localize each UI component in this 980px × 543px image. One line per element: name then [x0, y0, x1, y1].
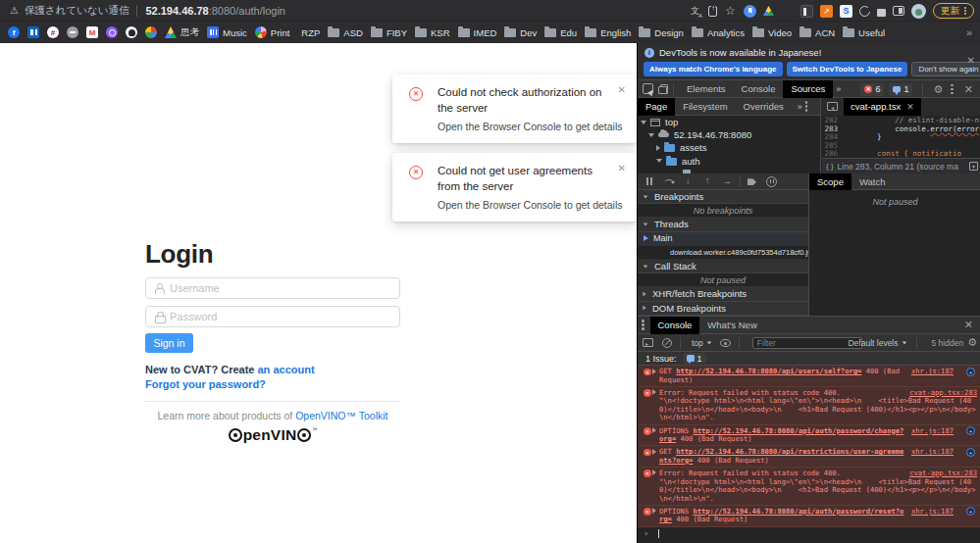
section-breakpoints[interactable]: Breakpoints [638, 190, 808, 204]
chart-icon[interactable] [820, 5, 833, 18]
password-input[interactable] [170, 311, 399, 322]
toast-close-icon[interactable]: ✕ [618, 164, 626, 173]
navtab-overrides[interactable]: Overrides [736, 98, 792, 116]
bookmark-item[interactable] [47, 26, 59, 38]
forgot-password-link[interactable]: Forgot your password? [145, 378, 266, 390]
security-label[interactable]: 保護されていない通信 [25, 4, 129, 18]
request-url[interactable]: http://52.194.46.78:8080/api/auth/passwo… [659, 426, 903, 444]
sign-in-button[interactable]: Sign in [145, 333, 193, 353]
bookmark-item[interactable]: English [585, 27, 631, 38]
bookmark-item[interactable] [126, 26, 137, 38]
deactivate-breakpoints-icon[interactable] [748, 178, 756, 185]
code-editor[interactable]: 282 // eslint-disable-n283 console.error… [822, 116, 980, 157]
live-expression-eye-icon[interactable] [720, 339, 731, 347]
context-selector[interactable]: top [692, 338, 703, 348]
bookmark-item[interactable]: Design [639, 27, 684, 38]
infobar-button[interactable]: Switch DevTools to Japanese [787, 62, 908, 76]
create-account-link[interactable]: an account [258, 364, 315, 375]
tree-item-top[interactable]: top [638, 116, 820, 128]
console-message[interactable]: ✕OPTIONS http://52.194.46.78:8080/api/au… [638, 506, 980, 527]
scopetab-scope[interactable]: Scope [809, 173, 851, 190]
openvino-toolkit-link[interactable]: OpenVINO™ Toolkit [295, 410, 387, 421]
bookmark-item[interactable]: Dev [504, 27, 537, 38]
bookmark-item[interactable]: ACN [799, 27, 835, 38]
tab-elements[interactable]: Elements [679, 80, 734, 98]
fx-icon[interactable] [781, 5, 794, 18]
section-xhr-breakpoints[interactable]: XHR/fetch Breakpoints [638, 287, 808, 301]
scopetab-watch[interactable]: Watch [851, 173, 894, 190]
error-badge[interactable]: ✕6 [860, 83, 884, 96]
source-link[interactable]: xhr.js:187 [911, 508, 954, 517]
browser-menu-icon[interactable] [964, 10, 966, 12]
translate-icon[interactable] [689, 5, 701, 18]
bookmark-item[interactable] [8, 26, 20, 38]
pocket-icon[interactable] [744, 5, 756, 18]
source-link[interactable]: cvat-app.tsx:283 [909, 469, 977, 478]
bookmark-item[interactable]: FIBY [371, 27, 407, 38]
chevron-right-icon[interactable] [656, 145, 660, 151]
bookmark-item[interactable]: Edu [544, 27, 577, 38]
chevron-down-icon[interactable] [641, 121, 646, 124]
avatar-icon[interactable] [911, 4, 926, 19]
console-message[interactable]: ✕Error: Request failed with status code … [638, 468, 980, 506]
toast-close-icon[interactable]: ✕ [618, 85, 626, 95]
thread-item[interactable]: download.worker.c489c0fd75354d718cf0.js [638, 246, 808, 260]
devtools-menu-icon[interactable] [951, 88, 954, 91]
consoletab[interactable]: What's New [699, 317, 764, 334]
sidebar-icon[interactable] [893, 6, 904, 16]
section-call-stack[interactable]: Call Stack [638, 260, 808, 273]
step-icon[interactable] [723, 176, 733, 186]
thread-item[interactable]: Main [638, 232, 808, 246]
expand-caret-icon[interactable] [652, 369, 656, 374]
chevron-down-icon[interactable] [656, 159, 662, 163]
bookmark-item[interactable]: ASD [328, 27, 363, 38]
log-levels-selector[interactable]: Default levels [848, 338, 898, 348]
expand-caret-icon[interactable] [652, 469, 656, 475]
bookmarks-overflow-chevron[interactable]: » [966, 26, 972, 38]
request-url[interactable]: http://52.194.46.78:8080/api/auth/passwo… [659, 507, 903, 524]
notion-icon[interactable] [800, 5, 813, 18]
expand-caret-icon[interactable] [652, 508, 656, 514]
console-message[interactable]: ✕GET http://52.194.46.78:8080/api/restri… [638, 446, 980, 468]
address-bar[interactable]: ⚠ 保護されていない通信 52.194.46.78:8080/auth/logi… [0, 0, 980, 22]
bookmark-item[interactable]: Video [752, 27, 792, 38]
expand-caret-icon[interactable] [652, 427, 656, 433]
sync-icon[interactable] [859, 6, 870, 17]
consoletab[interactable]: Console [650, 317, 700, 334]
insight-icon[interactable]: ✦ [966, 368, 975, 376]
console-sidebar-icon[interactable] [643, 338, 653, 347]
step-over-icon[interactable] [664, 179, 674, 185]
bookmark-item[interactable] [145, 26, 157, 38]
close-file-tab-icon[interactable]: ✕ [906, 102, 914, 112]
navtab-page[interactable]: Page [638, 98, 675, 116]
collapse-sidebar-icon[interactable] [827, 102, 838, 111]
bookmark-item[interactable] [27, 26, 39, 38]
source-map-icon[interactable]: ▾ [969, 162, 978, 171]
infobar-button[interactable]: Always match Chrome's language [644, 62, 783, 76]
editor-file-tab[interactable]: cvat-app.tsx✕ [844, 98, 921, 116]
chrome-update-button[interactable]: 更新 [933, 3, 974, 19]
issues-count-badge[interactable]: 1 [683, 353, 706, 364]
bookmark-item[interactable]: Music [207, 26, 247, 38]
source-link[interactable]: xhr.js:187 [911, 368, 954, 376]
expand-caret-icon[interactable] [652, 449, 656, 455]
inspect-element-icon[interactable] [643, 83, 653, 94]
device-toolbar-icon[interactable] [660, 84, 668, 94]
console-message[interactable]: ✕OPTIONS http://52.194.46.78:8080/api/au… [638, 425, 980, 447]
console-message[interactable]: ✕Error: Request failed with status code … [638, 387, 980, 425]
bookmark-item[interactable]: Useful [843, 27, 885, 38]
star-icon[interactable] [724, 5, 737, 18]
settings-gear-icon[interactable]: ⚙ [933, 83, 943, 96]
tree-item-auth[interactable]: auth [638, 155, 820, 168]
expand-caret-icon[interactable] [652, 389, 656, 395]
console-prompt[interactable]: › [638, 527, 980, 541]
bookmark-item[interactable]: KSR [415, 27, 450, 38]
more-tabs-chevron[interactable]: » [836, 84, 841, 94]
bookmark-item[interactable] [106, 26, 118, 38]
bookmark-item[interactable]: RZP [297, 27, 320, 38]
bookmark-item[interactable]: Analytics [692, 27, 745, 38]
tab-console[interactable]: Console [734, 80, 784, 98]
bookmark-item[interactable]: IMED [458, 27, 497, 38]
bookmark-item[interactable]: Print [255, 26, 290, 38]
insight-icon[interactable]: ✦ [966, 426, 975, 435]
